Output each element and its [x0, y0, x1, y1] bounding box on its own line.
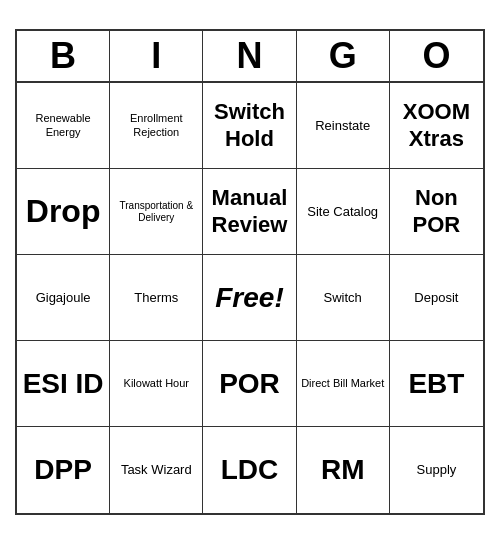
bingo-cell: Gigajoule	[17, 255, 110, 341]
bingo-cell: XOOM Xtras	[390, 83, 483, 169]
bingo-cell: Free!	[203, 255, 296, 341]
bingo-cell: Task Wizard	[110, 427, 203, 513]
bingo-cell: LDC	[203, 427, 296, 513]
bingo-cell: DPP	[17, 427, 110, 513]
bingo-cell: RM	[297, 427, 390, 513]
bingo-cell: Site Catalog	[297, 169, 390, 255]
bingo-cell: EBT	[390, 341, 483, 427]
bingo-cell: Renewable Energy	[17, 83, 110, 169]
bingo-cell: POR	[203, 341, 296, 427]
bingo-header: BINGO	[17, 31, 483, 83]
bingo-cell: Direct Bill Market	[297, 341, 390, 427]
bingo-cell: Switch Hold	[203, 83, 296, 169]
bingo-cell: Supply	[390, 427, 483, 513]
bingo-cell: Kilowatt Hour	[110, 341, 203, 427]
bingo-cell: Deposit	[390, 255, 483, 341]
bingo-cell: Transportation & Delivery	[110, 169, 203, 255]
header-letter: G	[297, 31, 390, 81]
header-letter: I	[110, 31, 203, 81]
bingo-cell: ESI ID	[17, 341, 110, 427]
bingo-cell: Therms	[110, 255, 203, 341]
bingo-grid: Renewable EnergyEnrollment RejectionSwit…	[17, 83, 483, 513]
header-letter: N	[203, 31, 296, 81]
bingo-cell: Switch	[297, 255, 390, 341]
bingo-cell: Non POR	[390, 169, 483, 255]
bingo-cell: Enrollment Rejection	[110, 83, 203, 169]
bingo-cell: Manual Review	[203, 169, 296, 255]
bingo-card: BINGO Renewable EnergyEnrollment Rejecti…	[15, 29, 485, 515]
bingo-cell: Reinstate	[297, 83, 390, 169]
header-letter: O	[390, 31, 483, 81]
bingo-cell: Drop	[17, 169, 110, 255]
header-letter: B	[17, 31, 110, 81]
